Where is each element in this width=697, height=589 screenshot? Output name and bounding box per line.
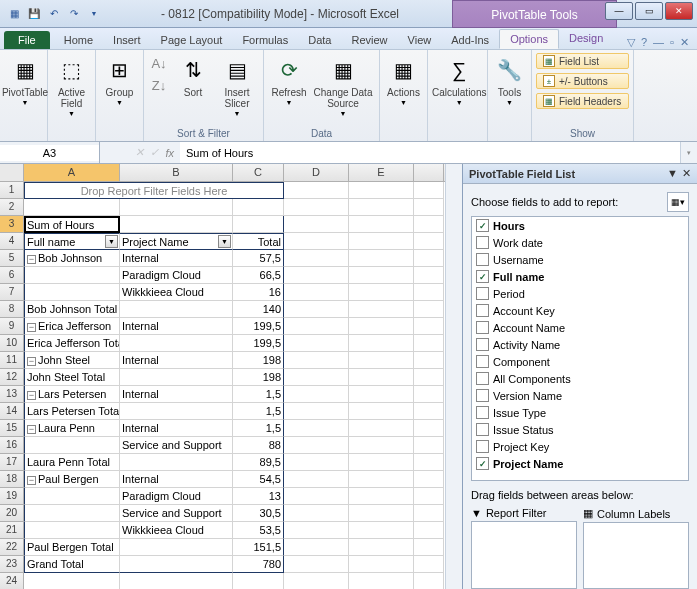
cell[interactable] <box>414 369 444 386</box>
cell[interactable] <box>284 505 349 522</box>
close-button[interactable]: ✕ <box>665 2 693 20</box>
cell[interactable]: 54,5 <box>233 471 284 488</box>
field-hours[interactable]: ✓Hours <box>472 217 688 234</box>
cell[interactable] <box>284 267 349 284</box>
checkbox-icon[interactable] <box>476 287 489 300</box>
cell[interactable] <box>233 216 284 233</box>
cell[interactable]: Bob Johnson Total <box>24 301 120 318</box>
cell[interactable]: Drop Report Filter Fields Here <box>24 182 284 199</box>
cell[interactable]: 199,5 <box>233 318 284 335</box>
cell[interactable] <box>414 386 444 403</box>
cell[interactable] <box>284 352 349 369</box>
cell[interactable]: Paul Bergen Total <box>24 539 120 556</box>
row-header[interactable]: 1 <box>0 182 24 199</box>
field-project-key[interactable]: Project Key <box>472 438 688 455</box>
field-period[interactable]: Period <box>472 285 688 302</box>
cell[interactable] <box>120 335 233 352</box>
cell[interactable]: John Steel Total <box>24 369 120 386</box>
cell[interactable] <box>414 488 444 505</box>
cell[interactable] <box>414 437 444 454</box>
collapse-icon[interactable]: − <box>27 425 36 434</box>
minimize-ribbon-icon[interactable]: ▽ <box>627 36 635 49</box>
tab-review[interactable]: Review <box>341 31 397 49</box>
cell[interactable] <box>414 284 444 301</box>
cell[interactable] <box>233 573 284 589</box>
cell[interactable] <box>349 539 414 556</box>
cell[interactable] <box>284 233 349 250</box>
cell[interactable]: 13 <box>233 488 284 505</box>
checkbox-icon[interactable] <box>476 423 489 436</box>
cell[interactable] <box>349 522 414 539</box>
cell[interactable] <box>414 182 444 199</box>
cell[interactable] <box>349 216 414 233</box>
row-header[interactable]: 4 <box>0 233 24 250</box>
cell[interactable] <box>284 471 349 488</box>
cell[interactable] <box>24 437 120 454</box>
actions-button[interactable]: ▦Actions▼ <box>384 52 423 108</box>
tab-add-ins[interactable]: Add-Ins <box>441 31 499 49</box>
field-full-name[interactable]: ✓Full name <box>472 268 688 285</box>
cell[interactable] <box>24 199 120 216</box>
cell[interactable] <box>284 573 349 589</box>
cell[interactable] <box>120 556 233 573</box>
row-header[interactable]: 19 <box>0 488 24 505</box>
name-box[interactable] <box>0 142 100 163</box>
cell[interactable] <box>24 505 120 522</box>
cell[interactable]: Grand Total <box>24 556 120 573</box>
cell[interactable] <box>414 539 444 556</box>
cell[interactable] <box>349 182 414 199</box>
cell[interactable] <box>349 318 414 335</box>
cell[interactable] <box>414 199 444 216</box>
cell[interactable] <box>349 199 414 216</box>
cell[interactable] <box>414 403 444 420</box>
checkbox-icon[interactable] <box>476 389 489 402</box>
cell[interactable]: 1,5 <box>233 386 284 403</box>
cell[interactable] <box>284 182 349 199</box>
row-header[interactable]: 10 <box>0 335 24 352</box>
cell[interactable] <box>414 573 444 589</box>
cell[interactable]: Laura Penn Total <box>24 454 120 471</box>
qat-dropdown-icon[interactable]: ▼ <box>86 6 102 22</box>
checkbox-icon[interactable] <box>476 304 489 317</box>
sort-az-icon[interactable]: A↓ <box>148 52 170 74</box>
cell[interactable] <box>349 386 414 403</box>
cell[interactable] <box>414 420 444 437</box>
cell[interactable] <box>284 318 349 335</box>
cell[interactable] <box>349 267 414 284</box>
formula-bar[interactable]: Sum of Hours <box>180 142 680 163</box>
cell[interactable] <box>233 199 284 216</box>
cell[interactable]: Internal <box>120 471 233 488</box>
field-list-toggle[interactable]: ▦Field List <box>536 53 629 69</box>
expand-formula-icon[interactable]: ▾ <box>680 142 697 163</box>
row-header[interactable]: 6 <box>0 267 24 284</box>
cell[interactable] <box>414 233 444 250</box>
cell[interactable]: Internal <box>120 420 233 437</box>
pm-buttons-toggle[interactable]: ±+/- Buttons <box>536 73 629 89</box>
cell[interactable] <box>284 454 349 471</box>
cell[interactable] <box>349 284 414 301</box>
cell[interactable]: −Paul Bergen <box>24 471 120 488</box>
cell[interactable] <box>24 284 120 301</box>
checkbox-icon[interactable] <box>476 406 489 419</box>
field-work-date[interactable]: Work date <box>472 234 688 251</box>
tab-view[interactable]: View <box>398 31 442 49</box>
checkbox-icon[interactable] <box>476 372 489 385</box>
maximize-button[interactable]: ▭ <box>635 2 663 20</box>
row-header[interactable]: 3 <box>0 216 24 233</box>
zone-report-filter[interactable] <box>471 521 577 589</box>
row-header[interactable]: 24 <box>0 573 24 589</box>
checkbox-icon[interactable]: ✓ <box>476 457 489 470</box>
redo-icon[interactable]: ↷ <box>66 6 82 22</box>
row-header[interactable]: 12 <box>0 369 24 386</box>
cell[interactable] <box>284 403 349 420</box>
cell[interactable] <box>414 250 444 267</box>
cell[interactable]: Internal <box>120 352 233 369</box>
cell[interactable] <box>349 505 414 522</box>
cell[interactable] <box>349 403 414 420</box>
checkbox-icon[interactable]: ✓ <box>476 270 489 283</box>
cell[interactable]: Internal <box>120 386 233 403</box>
tab-file[interactable]: File <box>4 31 50 49</box>
cell[interactable] <box>284 386 349 403</box>
cell[interactable]: Sum of Hours <box>24 216 120 233</box>
cell[interactable] <box>24 522 120 539</box>
